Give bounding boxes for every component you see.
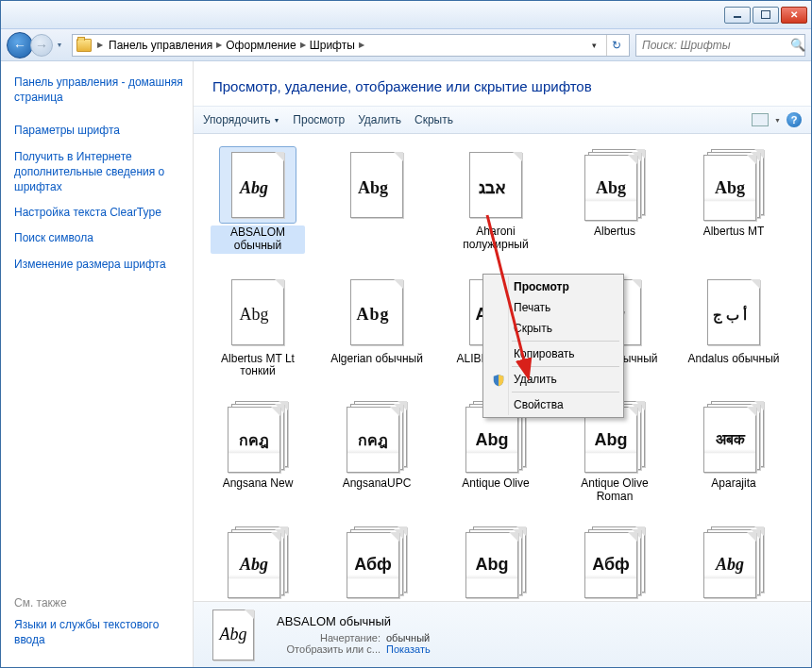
sidebar-item[interactable]: Получить в Интернете дополнительные свед… (14, 149, 183, 195)
organize-button[interactable]: Упорядочить ▼ (203, 113, 279, 126)
title-bar (1, 1, 811, 29)
font-sample: กคฎ (228, 407, 280, 473)
ctx-print[interactable]: Печать (485, 297, 621, 318)
view-options-button[interactable] (752, 113, 769, 126)
font-sample: Abg (347, 282, 399, 348)
font-sample: Abg (347, 155, 399, 221)
font-item[interactable]: أ ب جAndalus обычный (686, 275, 781, 379)
minimize-button[interactable] (724, 7, 751, 24)
font-name: Aparajita (711, 477, 755, 491)
font-sample: Абф (347, 532, 399, 598)
page-title: Просмотр, удаление, отображение или скры… (212, 78, 792, 94)
font-icon: กคฎ (339, 399, 414, 475)
font-sample: Abg (584, 155, 637, 221)
font-icon: Abg (220, 525, 296, 600)
preview-button[interactable]: Просмотр (293, 113, 345, 126)
maximize-button[interactable] (753, 7, 779, 24)
address-bar[interactable]: ▶ Панель управления▶ Оформление▶ Шрифты▶… (72, 34, 630, 57)
font-icon: Абф (577, 525, 652, 600)
details-pane: Abg ABSALOM обычный Начертание:обычный О… (194, 601, 811, 667)
breadcrumb-item[interactable]: Оформление (226, 39, 296, 52)
font-sample: Abg (703, 155, 756, 221)
font-item[interactable]: अबकAparajita (686, 399, 781, 504)
font-item[interactable]: AbgAlgerian обычный (330, 275, 424, 379)
sidebar-item[interactable]: Параметры шрифта (14, 123, 183, 138)
font-icon: Abg (339, 275, 414, 350)
folder-icon (76, 39, 92, 52)
nav-history-dropdown[interactable]: ▼ (53, 42, 66, 48)
font-item[interactable]: Абф (567, 525, 662, 601)
see-also-label: См. также (14, 596, 183, 610)
shield-icon (492, 374, 505, 387)
help-button[interactable]: ? (787, 112, 802, 127)
search-input[interactable] (636, 39, 790, 52)
font-item[interactable]: AbgAlbertus MT Lt тонкий (211, 275, 305, 379)
details-name: ABSALOM обычный (277, 614, 431, 628)
font-name: Albertus (594, 225, 635, 239)
font-item[interactable]: Abg (330, 147, 424, 254)
font-icon: أ ب ج (696, 275, 771, 350)
sidebar-item[interactable]: Языки и службы текстового ввода (14, 617, 183, 647)
font-sample: אבג (465, 155, 518, 221)
font-sample: Абф (584, 532, 637, 598)
font-name: Algerian обычный (330, 353, 423, 366)
font-icon: Abg (696, 525, 771, 600)
font-item[interactable]: กคฎAngsana New (211, 399, 305, 504)
font-item[interactable]: AbgABSALOM обычный (211, 147, 305, 254)
font-name: Albertus MT Lt тонкий (211, 353, 305, 379)
breadcrumb: Панель управления▶ Оформление▶ Шрифты▶ (109, 39, 366, 52)
context-menu: Просмотр Печать Скрыть Копировать Удалит… (482, 274, 624, 418)
ctx-copy[interactable]: Копировать (485, 343, 621, 364)
breadcrumb-item[interactable]: Шрифты (310, 39, 355, 52)
ctx-properties[interactable]: Свойства (485, 394, 621, 415)
hide-button[interactable]: Скрыть (414, 113, 453, 126)
font-item[interactable]: AbgAlbertus MT (686, 147, 781, 254)
font-icon: अबक (696, 399, 771, 475)
breadcrumb-item[interactable]: Панель управления (109, 39, 212, 52)
font-item[interactable]: Abg (211, 525, 305, 601)
font-item[interactable]: אבגAharoni полужирный (448, 147, 543, 254)
font-sample: Abg (703, 532, 756, 598)
delete-button[interactable]: Удалить (358, 113, 401, 126)
chevron-right-icon[interactable]: ▶ (214, 41, 224, 49)
font-item[interactable]: Abg (686, 525, 781, 601)
font-name: Angsana New (223, 477, 294, 491)
sidebar-item[interactable]: Настройка текста ClearType (14, 205, 183, 220)
chevron-down-icon[interactable]: ▼ (774, 117, 781, 124)
font-sample: أ ب ج (703, 282, 756, 348)
sidebar-item[interactable]: Поиск символа (14, 230, 183, 245)
search-box[interactable]: 🔍 (635, 34, 805, 57)
sidebar-item[interactable]: Изменение размера шрифта (14, 257, 183, 272)
details-show-link[interactable]: Показать (386, 643, 431, 655)
font-name: Andalus обычный (687, 353, 779, 366)
chevron-right-icon[interactable]: ▶ (95, 41, 105, 49)
nav-buttons: ← → ▼ (7, 32, 66, 58)
font-item[interactable]: กคฎAngsanaUPC (330, 399, 424, 504)
font-item[interactable]: AbgAlbertus (567, 147, 662, 254)
details-icon: Abg (207, 609, 263, 661)
font-sample: Abg (228, 282, 280, 348)
refresh-button[interactable]: ↻ (606, 35, 625, 56)
font-name: AngsanaUPC (343, 477, 412, 491)
ctx-preview[interactable]: Просмотр (485, 276, 621, 297)
font-item[interactable]: Абф (330, 525, 424, 601)
sidebar-home[interactable]: Панель управления - домашняя страница (14, 75, 183, 105)
font-icon: กคฎ (220, 399, 296, 475)
chevron-down-icon[interactable]: ▾ (585, 41, 602, 50)
chevron-right-icon[interactable]: ▶ (298, 41, 308, 49)
font-name: Albertus MT (703, 225, 765, 239)
font-icon: Abg (696, 147, 771, 223)
chevron-right-icon[interactable]: ▶ (357, 41, 366, 49)
back-button[interactable]: ← (7, 32, 33, 58)
close-button[interactable] (781, 7, 807, 24)
forward-button[interactable]: → (30, 34, 53, 57)
details-style-label: Начертание: (277, 632, 381, 643)
ctx-hide[interactable]: Скрыть (485, 318, 621, 339)
font-name: Aharoni полужирный (448, 225, 543, 252)
search-icon[interactable]: 🔍 (790, 38, 805, 52)
ctx-delete[interactable]: Удалить (485, 369, 621, 390)
font-item[interactable]: Abg (448, 525, 543, 601)
font-icon: Abg (220, 275, 296, 350)
font-icon: Абф (339, 525, 414, 600)
address-row: ← → ▼ ▶ Панель управления▶ Оформление▶ Ш… (1, 29, 811, 61)
